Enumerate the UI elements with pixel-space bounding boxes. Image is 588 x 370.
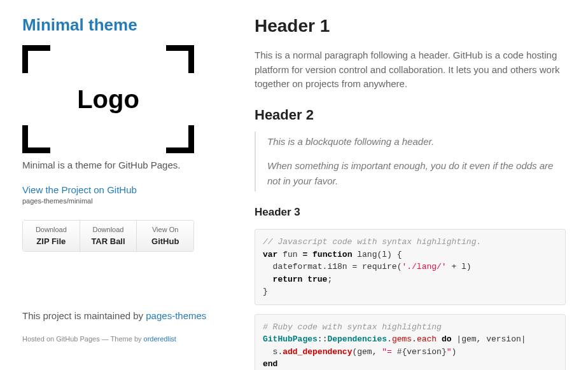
heading-1: Header 1 (255, 13, 566, 39)
code-method: each (417, 334, 437, 344)
code-text: + l) (447, 262, 472, 271)
code-text: s. (263, 347, 283, 357)
code-text: . (412, 334, 417, 344)
corner-br-icon (166, 125, 194, 153)
maintained-text: This project is maintained by pages-them… (22, 309, 213, 322)
maintained-link[interactable]: pages-themes (146, 310, 206, 321)
corner-bl-icon (22, 125, 50, 153)
code-comment: # Ruby code with syntax highlighting (263, 322, 442, 332)
code-text: dateformat.i18n = require( (263, 262, 402, 271)
hosted-link[interactable]: orderedlist (144, 335, 176, 343)
heading-2: Header 2 (255, 104, 566, 125)
code-keyword: function (307, 250, 352, 259)
code-keyword: end (263, 359, 277, 369)
logo-text: Logo (77, 80, 139, 118)
code-text: fun (277, 250, 302, 259)
download-buttons: Download ZIP File Download TAR Ball View… (22, 220, 194, 252)
code-text: . (387, 334, 392, 344)
corner-tr-icon (166, 45, 194, 73)
code-interp: } (442, 347, 447, 357)
code-keyword: return true (273, 275, 328, 284)
blockquote-line-1: This is a blockquote following a header. (267, 134, 566, 149)
code-class: Dependencies (327, 334, 387, 344)
code-text: |gem, version| (452, 334, 526, 344)
download-zip-button[interactable]: Download ZIP File (23, 221, 80, 251)
code-string: "= (382, 347, 396, 357)
main-content: Header 1 This is a normal paragraph foll… (255, 13, 566, 370)
code-keyword: do (442, 334, 452, 344)
hosted-prefix: Hosted on GitHub Pages — Theme by (22, 335, 144, 343)
code-block-js: // Javascript code with syntax highlight… (255, 229, 566, 305)
code-comment: // Javascript code with syntax highlight… (263, 237, 481, 247)
code-text: :: (318, 334, 328, 344)
code-method: gems (392, 334, 412, 344)
code-string: './lang/' (402, 262, 446, 271)
btn-small: Download (23, 224, 80, 235)
code-interp: #{ (397, 347, 407, 357)
code-text (437, 334, 442, 344)
download-tar-button[interactable]: Download TAR Ball (80, 221, 137, 251)
view-github-button[interactable]: View On GitHub (137, 221, 193, 251)
code-text: (gem, (352, 347, 382, 357)
code-class: GitHubPages (263, 334, 318, 344)
btn-big: TAR Ball (80, 235, 137, 248)
code-function: add_dependency (283, 347, 352, 357)
tagline: Minimal is a theme for GitHub Pages. (22, 158, 213, 173)
github-link[interactable]: View the Project on GitHub (22, 184, 213, 196)
site-title[interactable]: Minimal theme (22, 13, 213, 38)
code-text: ) (452, 347, 457, 357)
btn-big: GitHub (137, 235, 193, 248)
maintained-prefix: This project is maintained by (22, 310, 146, 321)
code-text: } (263, 287, 268, 296)
blockquote-line-2: When something is important enough, you … (267, 158, 566, 189)
github-slug: pages-themes/minimal (22, 196, 213, 207)
code-keyword: var (263, 250, 277, 259)
code-text: ; (327, 275, 332, 284)
code-string: " (447, 347, 452, 357)
corner-tl-icon (22, 45, 50, 73)
code-text: version (407, 347, 442, 357)
sidebar: Minimal theme Logo Minimal is a theme fo… (22, 13, 213, 370)
btn-small: View On (137, 224, 193, 235)
logo-image: Logo (22, 45, 194, 153)
code-text: lang(l) { (352, 250, 402, 259)
heading-3: Header 3 (255, 204, 566, 221)
code-block-ruby: # Ruby code with syntax highlighting Git… (255, 314, 566, 371)
hosted-text: Hosted on GitHub Pages — Theme by ordere… (22, 334, 213, 345)
btn-big: ZIP File (23, 235, 80, 248)
code-text (263, 275, 273, 284)
blockquote: This is a blockquote following a header.… (255, 132, 566, 191)
paragraph-1: This is a normal paragraph following a h… (255, 48, 566, 92)
btn-small: Download (80, 224, 137, 235)
